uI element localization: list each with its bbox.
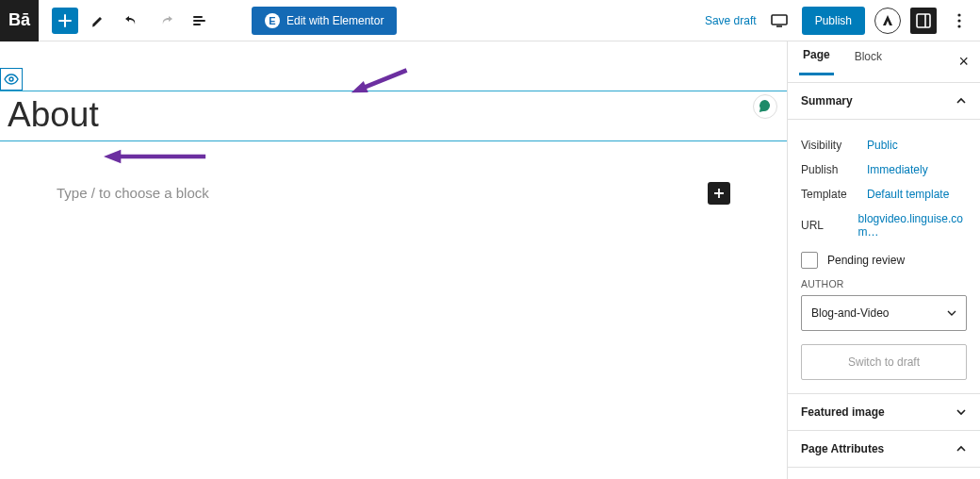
svg-line-9 [363,70,407,88]
chevron-down-icon [947,308,956,318]
editor-canvas: Type / to choose a block [0,41,787,479]
summary-panel-header[interactable]: Summary [788,83,980,120]
plus-icon [57,13,73,28]
template-label: Template [801,188,867,201]
eye-icon [4,74,19,85]
publish-label: Publish [801,163,867,176]
block-inserter-button[interactable] [708,182,730,205]
settings-sidebar: Page Block × Summary Visibility Public P… [787,41,980,479]
edit-mode-button[interactable] [84,7,112,35]
empty-block[interactable]: Type / to choose a block [57,185,730,201]
chat-icon [758,99,773,114]
top-toolbar: Bā E Edit with Elementor Save draf [0,0,980,41]
template-value[interactable]: Default template [867,188,949,201]
document-overview-button[interactable] [186,7,214,35]
redo-icon [157,12,174,29]
url-label: URL [801,219,858,232]
summary-heading: Summary [801,94,853,107]
visibility-indicator[interactable] [0,68,23,91]
summary-panel-body: Visibility Public Publish Immediately Te… [788,120,980,394]
redo-button[interactable] [152,7,180,35]
panel-icon [915,12,932,29]
featured-image-panel-header[interactable]: Featured image [788,394,980,431]
desktop-icon [770,13,789,28]
page-attributes-heading: Page Attributes [801,442,884,455]
url-value[interactable]: blogvideo.linguise.com… [858,212,967,239]
page-attributes-body: PARENT × [788,468,980,479]
list-icon [191,12,208,29]
tab-page[interactable]: Page [799,48,834,75]
settings-panel-toggle[interactable] [910,8,937,34]
elementor-icon: E [265,13,280,28]
switch-to-draft-button[interactable]: Switch to draft [801,344,967,380]
featured-image-heading: Featured image [801,405,885,419]
svg-point-5 [957,25,960,27]
astra-icon[interactable] [874,8,901,34]
svg-point-3 [957,13,960,16]
kebab-icon [957,12,961,29]
visibility-label: Visibility [801,139,867,152]
svg-rect-1 [917,14,930,27]
sidebar-tabs: Page Block × [788,41,980,83]
author-value: Blog-and-Video [811,306,890,320]
pencil-icon [90,12,106,29]
title-block [0,91,787,141]
svg-rect-0 [772,15,787,25]
svg-point-4 [957,19,960,22]
author-label: AUTHOR [801,278,967,289]
page-attributes-panel-header[interactable]: Page Attributes [788,431,980,468]
pending-review-checkbox[interactable]: Pending review [801,252,967,269]
pending-review-label: Pending review [827,254,905,267]
add-block-button[interactable] [52,8,78,34]
undo-button[interactable] [118,7,146,35]
elementor-label: Edit with Elementor [286,14,384,27]
close-sidebar-button[interactable]: × [958,52,969,72]
tab-block[interactable]: Block [851,50,886,74]
undo-icon [123,12,140,29]
visibility-value[interactable]: Public [867,139,898,152]
publish-value[interactable]: Immediately [867,163,928,176]
site-logo[interactable]: Bā [0,0,39,41]
author-select[interactable]: Blog-and-Video [801,295,967,331]
more-options-button[interactable] [946,8,972,34]
page-title-input[interactable] [0,91,787,141]
annotation-arrow-title [104,143,207,170]
chevron-up-icon [956,443,967,454]
edit-with-elementor-button[interactable]: E Edit with Elementor [252,7,397,35]
save-draft-link[interactable]: Save draft [705,14,757,27]
publish-button[interactable]: Publish [802,7,865,35]
chevron-up-icon [956,95,967,107]
chevron-down-icon [956,406,967,418]
checkbox-icon [801,252,818,269]
svg-point-6 [9,77,13,81]
preview-button[interactable] [766,8,792,34]
block-placeholder-text: Type / to choose a block [57,185,209,201]
svg-marker-8 [104,150,121,164]
plus-icon [712,187,726,200]
grammar-check-badge[interactable] [753,94,777,119]
